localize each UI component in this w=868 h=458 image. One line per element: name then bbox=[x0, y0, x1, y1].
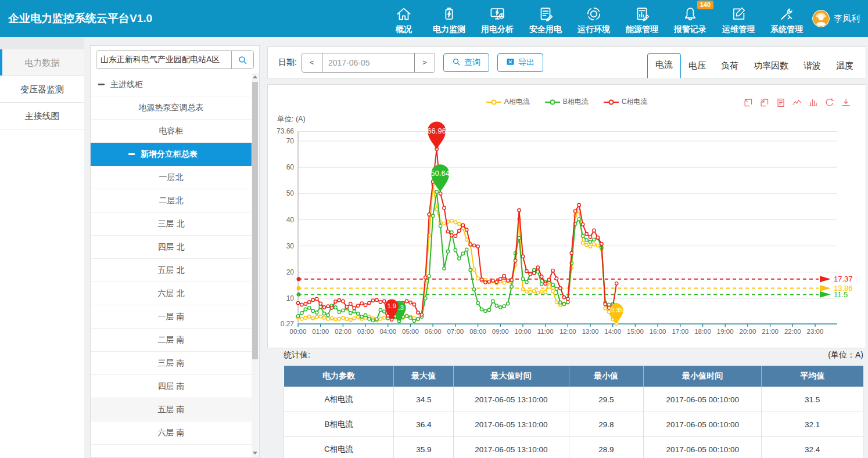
stats-cell: 2017-06-05 13:10:00 bbox=[454, 437, 569, 458]
zoom-select-icon[interactable] bbox=[743, 98, 753, 107]
user-chip[interactable]: 李凤利 bbox=[812, 10, 860, 27]
legend-item-1[interactable]: B相电流 bbox=[545, 97, 589, 107]
search-button[interactable] bbox=[231, 51, 253, 68]
nav-item-7[interactable]: 运维管理 bbox=[722, 2, 755, 35]
y-tick-label: 70 bbox=[286, 137, 295, 145]
tree-node-10[interactable]: 一层 南 bbox=[91, 305, 252, 329]
tree-node-8[interactable]: 五层 北 bbox=[91, 259, 252, 282]
sidebar-item-2[interactable]: 主接线图 bbox=[0, 103, 84, 129]
date-input[interactable]: 2017-06-05 bbox=[322, 53, 414, 72]
x-tick-label: 18:00 bbox=[694, 328, 711, 335]
legend-item-2[interactable]: C相电流 bbox=[604, 97, 648, 107]
query-button-label: 查询 bbox=[464, 57, 480, 68]
tab-功率因数[interactable]: 功率因数 bbox=[746, 55, 796, 78]
tab-谐波[interactable]: 谐波 bbox=[796, 55, 828, 78]
nav-item-0[interactable]: 概况 bbox=[390, 2, 417, 35]
nav-item-8[interactable]: 系统管理 bbox=[770, 2, 803, 35]
date-next-button[interactable]: > bbox=[414, 53, 435, 72]
query-button[interactable]: 查询 bbox=[443, 53, 489, 72]
tree-scrollbar bbox=[252, 73, 259, 457]
stats-table: 电力参数最大值最大值时间最小值最小值时间平均值A相电流34.52017-06-0… bbox=[284, 366, 863, 458]
download-icon[interactable] bbox=[841, 98, 851, 107]
nav-item-4[interactable]: 运行环境 bbox=[578, 2, 610, 35]
line-chart-icon bbox=[792, 98, 802, 107]
scroll-up-arrow[interactable] bbox=[252, 73, 259, 81]
legend-marker-icon bbox=[486, 99, 501, 105]
line-chart-icon[interactable] bbox=[792, 98, 802, 107]
nav-item-6[interactable]: 140 报警记录 bbox=[674, 2, 706, 35]
collapse-icon[interactable] bbox=[98, 84, 105, 85]
tree-node-0[interactable]: 主进线柜 bbox=[91, 73, 252, 96]
energy-manage-icon bbox=[633, 5, 651, 23]
tree-node-15[interactable]: 六层 南 bbox=[91, 421, 252, 445]
stats-cell: 36.4 bbox=[394, 412, 454, 437]
legend-item-0[interactable]: A相电流 bbox=[486, 97, 530, 107]
sidebar-item-1[interactable]: 变压器监测 bbox=[0, 76, 84, 103]
tab-电压[interactable]: 电压 bbox=[681, 55, 713, 78]
y-tick-label: 10 bbox=[286, 294, 295, 302]
x-tick-label: 13:00 bbox=[582, 328, 599, 335]
zoom-reset-icon[interactable] bbox=[759, 98, 769, 107]
search-input[interactable] bbox=[96, 51, 231, 68]
tree-node-12[interactable]: 三层 南 bbox=[91, 352, 252, 375]
restore-icon[interactable] bbox=[824, 98, 834, 107]
stats-table-head: 电力参数最大值最大值时间最小值最小值时间平均值 bbox=[284, 366, 863, 387]
power-monitor-icon bbox=[440, 5, 458, 23]
magnifier-icon bbox=[452, 57, 461, 66]
tree-node-2[interactable]: 电容柜 bbox=[91, 120, 252, 143]
collapse-icon[interactable] bbox=[128, 153, 135, 155]
stats-col-header: 最小值 bbox=[569, 366, 644, 387]
y-tick-label: 0.27 bbox=[281, 320, 295, 328]
sidebar: 电力数据变压器监测主接线图 bbox=[0, 37, 84, 458]
tree-node-1[interactable]: 地源热泵空调总表 bbox=[91, 96, 252, 120]
tab-电流[interactable]: 电流 bbox=[647, 53, 681, 78]
y-tick-label: 60 bbox=[286, 163, 295, 171]
stats-cell: 32.1 bbox=[762, 412, 863, 437]
nav-item-label: 电力监测 bbox=[433, 24, 465, 35]
nav-item-label: 安全用电 bbox=[529, 24, 562, 35]
nav-item-5[interactable]: 能源管理 bbox=[626, 2, 658, 35]
nav-item-1[interactable]: 电力监测 bbox=[433, 2, 465, 35]
zoom-select-icon bbox=[743, 98, 753, 107]
avg-line-label: 17.37 bbox=[834, 275, 853, 283]
x-tick-label: 21:00 bbox=[762, 328, 779, 335]
tree-node-7[interactable]: 四层 北 bbox=[91, 236, 252, 259]
tree-node-label: 四层 北 bbox=[158, 242, 185, 253]
date-prev-button[interactable]: < bbox=[302, 53, 322, 72]
tree-node-3[interactable]: 新增分立柜总表 bbox=[91, 143, 252, 166]
stats-col-header: 电力参数 bbox=[284, 366, 394, 387]
tree-node-4[interactable]: 一层北 bbox=[91, 166, 252, 189]
tree-node-14[interactable]: 五层 南 bbox=[91, 398, 252, 421]
tree-node-11[interactable]: 二层 南 bbox=[91, 329, 252, 352]
scrollbar-thumb[interactable] bbox=[252, 82, 258, 359]
tree-node-5[interactable]: 二层北 bbox=[91, 189, 252, 212]
bar-chart-icon[interactable] bbox=[808, 98, 818, 107]
stats-cell: 2017-06-05 00:10:00 bbox=[644, 412, 762, 437]
tree-node-label: 五层 北 bbox=[158, 265, 185, 276]
nav-item-3[interactable]: 安全用电 bbox=[529, 2, 562, 35]
tree-node-6[interactable]: 三层 北 bbox=[91, 212, 252, 236]
export-button[interactable]: 导出 bbox=[497, 53, 543, 72]
tree-node-13[interactable]: 四层 南 bbox=[91, 375, 252, 398]
x-tick-label: 15:00 bbox=[627, 328, 644, 335]
stats-bar: 统计值: (单位：A) bbox=[284, 350, 863, 360]
unit-label: 单位: (A) bbox=[277, 115, 306, 123]
stats-col-header: 最大值 bbox=[394, 366, 454, 387]
x-tick-label: 22:00 bbox=[784, 328, 801, 335]
main-nav: 概况 电力监测 用电分析 安全用电 运行环境 能源管理 140 报警记录 运维管… bbox=[390, 2, 803, 35]
tab-负荷[interactable]: 负荷 bbox=[713, 55, 746, 78]
data-view-icon[interactable] bbox=[776, 98, 785, 107]
nav-item-2[interactable]: 用电分析 bbox=[481, 2, 514, 35]
sidebar-top-strip bbox=[0, 37, 84, 49]
stats-cell: 34.5 bbox=[394, 387, 454, 412]
export-button-label: 导出 bbox=[518, 57, 535, 68]
scroll-down-arrow[interactable] bbox=[252, 449, 259, 457]
y-tick-label: 40 bbox=[286, 216, 295, 224]
tab-温度[interactable]: 温度 bbox=[828, 55, 861, 78]
stats-cell: 28.9 bbox=[569, 437, 644, 458]
sidebar-item-0[interactable]: 电力数据 bbox=[0, 49, 84, 76]
tree-node-9[interactable]: 六层 北 bbox=[91, 282, 252, 305]
stats-cell: 32.4 bbox=[762, 437, 863, 458]
tree-node-label: 六层 北 bbox=[158, 288, 185, 299]
stats-row-2: C相电流35.92017-06-05 13:10:0028.92017-06-0… bbox=[284, 437, 863, 458]
